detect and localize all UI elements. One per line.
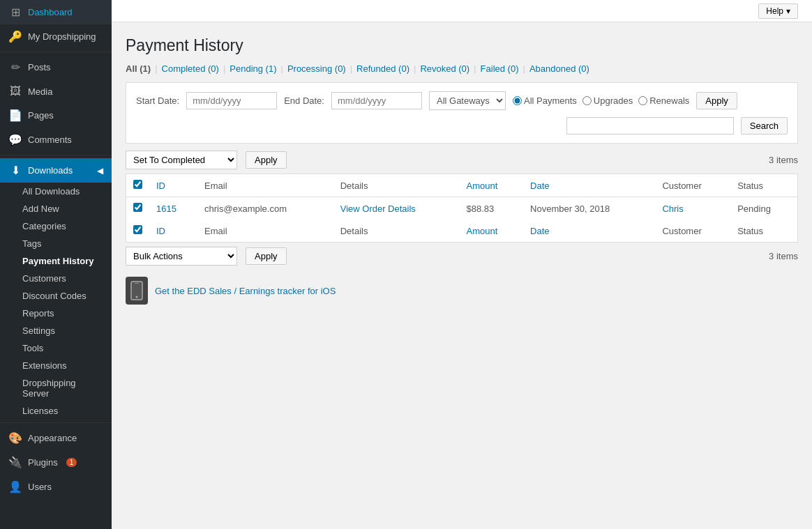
sidebar-sub-discount-codes[interactable]: Discount Codes bbox=[0, 287, 112, 305]
sidebar-item-label: Posts bbox=[28, 62, 51, 72]
gateway-select[interactable]: All Gateways bbox=[429, 91, 506, 110]
filter-tab-completed[interactable]: Completed (0) bbox=[162, 63, 219, 74]
plugins-badge: 1 bbox=[66, 458, 77, 467]
row-checkbox[interactable] bbox=[133, 203, 142, 212]
radio-upgrades[interactable]: Upgrades bbox=[582, 95, 633, 106]
sidebar-item-label: Downloads bbox=[28, 165, 73, 176]
filter-row-search: Search bbox=[136, 117, 788, 135]
ios-device-icon bbox=[126, 277, 148, 305]
sidebar-item-dashboard[interactable]: ⊞ Dashboard bbox=[0, 0, 112, 24]
sidebar-sub-add-new[interactable]: Add New bbox=[0, 200, 112, 217]
help-label: Help bbox=[766, 6, 783, 16]
sidebar-item-downloads[interactable]: ⬇ Downloads ◀ bbox=[0, 158, 112, 183]
sidebar-sub-customers[interactable]: Customers bbox=[0, 270, 112, 287]
sidebar-sub-settings[interactable]: Settings bbox=[0, 322, 112, 339]
order-id-link[interactable]: 1615 bbox=[156, 204, 176, 214]
main-content: Help ▾ Payment History All (1) | Complet… bbox=[112, 0, 812, 529]
filter-tab-abandoned[interactable]: Abandoned (0) bbox=[529, 63, 589, 74]
sidebar-sub-all-downloads[interactable]: All Downloads bbox=[0, 183, 112, 200]
bulk-action-select-bottom[interactable]: Bulk Actions bbox=[126, 247, 237, 266]
sidebar-item-label: Plugins bbox=[28, 457, 58, 468]
help-chevron-icon: ▾ bbox=[786, 6, 790, 16]
help-button[interactable]: Help ▾ bbox=[758, 3, 798, 19]
svg-point-1 bbox=[136, 296, 138, 298]
sidebar-sub-licenses[interactable]: Licenses bbox=[0, 402, 112, 420]
footer-checkbox bbox=[126, 220, 150, 243]
filter-apply-button[interactable]: Apply bbox=[696, 92, 737, 109]
footer-details: Details bbox=[333, 220, 460, 243]
footer-customer: Customer bbox=[655, 220, 730, 243]
footer-amount[interactable]: Amount bbox=[460, 220, 523, 243]
view-order-link[interactable]: View Order Details bbox=[340, 204, 416, 214]
search-input[interactable] bbox=[566, 117, 734, 135]
plugins-icon: 🔌 bbox=[8, 456, 22, 469]
radio-renewals[interactable]: Renewals bbox=[638, 95, 689, 106]
appearance-icon: 🎨 bbox=[8, 431, 22, 445]
bulk-apply-button-top[interactable]: Apply bbox=[246, 151, 287, 169]
page-title: Payment History bbox=[126, 36, 798, 55]
filter-tab-pending[interactable]: Pending (1) bbox=[230, 63, 276, 74]
header-checkbox bbox=[126, 174, 150, 197]
sidebar-item-media[interactable]: 🖼 Media bbox=[0, 79, 112, 103]
radio-all-payments-input[interactable] bbox=[513, 96, 522, 105]
sidebar-item-dropshipping[interactable]: 🔑 My Dropshipping bbox=[0, 24, 112, 49]
sidebar-sub-extensions[interactable]: Extensions bbox=[0, 357, 112, 374]
header-amount[interactable]: Amount bbox=[460, 174, 523, 197]
header-details: Details bbox=[333, 174, 460, 197]
header-date[interactable]: Date bbox=[523, 174, 655, 197]
sidebar-sub-reports[interactable]: Reports bbox=[0, 305, 112, 322]
search-button[interactable]: Search bbox=[741, 117, 788, 135]
items-count-bottom: 3 items bbox=[769, 251, 798, 261]
sidebar-item-posts[interactable]: ✏ Posts bbox=[0, 55, 112, 79]
sidebar-item-users[interactable]: 👤 Users bbox=[0, 475, 112, 499]
sidebar-item-plugins[interactable]: 🔌 Plugins 1 bbox=[0, 450, 112, 475]
table-top-controls: Set To Completed Apply 3 items bbox=[126, 151, 798, 169]
payments-table: ID Email Details Amount Date Customer St… bbox=[126, 174, 798, 243]
select-all-checkbox[interactable] bbox=[133, 180, 142, 189]
filter-tab-refunded[interactable]: Refunded (0) bbox=[356, 63, 409, 74]
footer-id[interactable]: ID bbox=[149, 220, 197, 243]
sidebar-item-label: Media bbox=[28, 86, 52, 97]
sidebar-sub-tags[interactable]: Tags bbox=[0, 235, 112, 252]
start-date-input[interactable] bbox=[186, 92, 277, 109]
topbar: Help ▾ bbox=[112, 0, 812, 22]
filter-tab-all[interactable]: All (1) bbox=[126, 63, 151, 74]
sidebar-sub-categories[interactable]: Categories bbox=[0, 217, 112, 235]
posts-icon: ✏ bbox=[8, 61, 22, 74]
radio-renewals-input[interactable] bbox=[638, 96, 647, 105]
select-all-footer-checkbox[interactable] bbox=[133, 225, 142, 234]
row-date: November 30, 2018 bbox=[523, 197, 655, 220]
header-id[interactable]: ID bbox=[149, 174, 197, 197]
filter-tab-failed[interactable]: Failed (0) bbox=[481, 63, 519, 74]
row-checkbox-cell bbox=[126, 197, 150, 220]
items-count-top: 3 items bbox=[769, 155, 798, 165]
pages-icon: 📄 bbox=[8, 109, 22, 122]
filter-tab-revoked[interactable]: Revoked (0) bbox=[420, 63, 469, 74]
radio-all-payments[interactable]: All Payments bbox=[513, 95, 577, 106]
sidebar-item-label: My Dropshipping bbox=[28, 31, 96, 42]
sidebar-sub-payment-history[interactable]: Payment History bbox=[0, 252, 112, 270]
header-email: Email bbox=[197, 174, 333, 197]
page-content: Payment History All (1) | Completed (0) … bbox=[112, 22, 812, 529]
svg-rect-2 bbox=[135, 283, 139, 284]
filter-tab-processing[interactable]: Processing (0) bbox=[287, 63, 346, 74]
filter-tabs: All (1) | Completed (0) | Pending (1) | … bbox=[126, 63, 798, 74]
sidebar-item-pages[interactable]: 📄 Pages bbox=[0, 103, 112, 128]
row-details: View Order Details bbox=[333, 197, 460, 220]
bulk-action-bottom: Bulk Actions Apply bbox=[126, 247, 287, 266]
table-footer-row: ID Email Details Amount Date Customer St… bbox=[126, 220, 798, 243]
customer-link[interactable]: Chris bbox=[662, 204, 683, 214]
footer-date[interactable]: Date bbox=[523, 220, 655, 243]
sidebar-sub-tools[interactable]: Tools bbox=[0, 339, 112, 357]
radio-upgrades-input[interactable] bbox=[582, 96, 592, 105]
sidebar-sub-dropshipping-server[interactable]: Dropshipping Server bbox=[0, 374, 112, 402]
ios-promo-link[interactable]: Get the EDD Sales / Earnings tracker for… bbox=[155, 286, 336, 296]
bulk-action-top: Set To Completed Apply bbox=[126, 151, 287, 169]
sidebar-item-label: Users bbox=[28, 482, 52, 492]
downloads-icon: ⬇ bbox=[8, 164, 22, 177]
sidebar-item-appearance[interactable]: 🎨 Appearance bbox=[0, 426, 112, 450]
end-date-input[interactable] bbox=[331, 92, 422, 109]
bulk-apply-button-bottom[interactable]: Apply bbox=[246, 247, 287, 265]
bulk-action-select-top[interactable]: Set To Completed bbox=[126, 151, 237, 169]
sidebar-item-comments[interactable]: 💬 Comments bbox=[0, 128, 112, 152]
